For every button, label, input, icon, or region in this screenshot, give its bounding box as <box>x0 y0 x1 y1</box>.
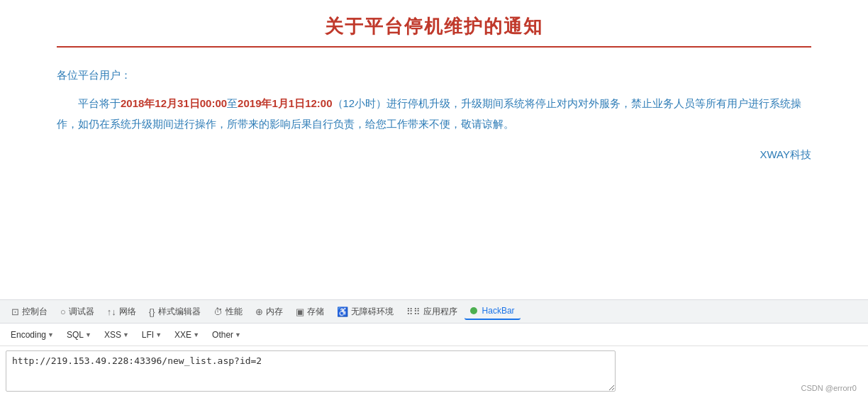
article-signature: XWAY科技 <box>57 148 811 162</box>
performance-icon: ⏱ <box>213 306 223 317</box>
lfi-menu-label: LFI <box>142 330 154 340</box>
lfi-menu[interactable]: LFI ▼ <box>137 328 167 342</box>
xss-menu-label: XSS <box>104 330 121 340</box>
devtools-section: ⊡ 控制台 ○ 调试器 ↑↓ 网络 {} 样式编辑器 ⏱ 性能 ⊕ 内存 <box>0 299 868 398</box>
body-to: 至 <box>227 97 238 109</box>
storage-icon: ▣ <box>296 306 304 317</box>
url-input[interactable] <box>6 350 616 392</box>
time-start: 2018年12月31日00:00 <box>121 97 227 109</box>
tab-hackbar[interactable]: HackBar <box>464 303 521 320</box>
console-icon: ⊡ <box>11 306 19 317</box>
credit-label: CSDN @errorr0 <box>801 384 857 392</box>
tab-performance[interactable]: ⏱ 性能 <box>208 303 248 321</box>
lfi-dropdown-icon: ▼ <box>155 331 162 338</box>
tab-console-label: 控制台 <box>22 306 48 318</box>
devtools-bar: ⊡ 控制台 ○ 调试器 ↑↓ 网络 {} 样式编辑器 ⏱ 性能 ⊕ 内存 <box>0 299 868 324</box>
network-icon: ↑↓ <box>107 306 116 317</box>
debugger-icon: ○ <box>60 306 66 317</box>
tab-accessibility-label: 无障碍环境 <box>351 306 394 318</box>
content-section: 关于平台停机维护的通知 各位平台用户： 平台将于2018年12月31日00:00… <box>0 0 868 299</box>
body-text-prefix: 平台将于 <box>78 97 121 109</box>
hackbar-toolbar: Encoding ▼ SQL ▼ XSS ▼ LFI ▼ XXE ▼ Other… <box>0 324 868 346</box>
title-divider <box>57 46 811 48</box>
article-body: 平台将于2018年12月31日00:00至2019年1月1日12:00（12小时… <box>57 94 811 134</box>
accessibility-icon: ♿ <box>337 306 348 317</box>
xxe-menu-label: XXE <box>174 330 191 340</box>
tab-network-label: 网络 <box>119 306 136 318</box>
body-duration: （12小时） <box>333 97 387 109</box>
encoding-dropdown-icon: ▼ <box>48 331 54 338</box>
tab-app-label: 应用程序 <box>423 306 457 318</box>
xxe-dropdown-icon: ▼ <box>193 331 199 338</box>
tab-debugger-label: 调试器 <box>69 306 94 318</box>
article-greeting: 各位平台用户： <box>57 69 811 82</box>
memory-icon: ⊕ <box>255 306 263 317</box>
tab-storage[interactable]: ▣ 存储 <box>290 303 330 321</box>
sql-dropdown-icon: ▼ <box>85 331 91 338</box>
tab-network[interactable]: ↑↓ 网络 <box>101 303 142 321</box>
tab-style-editor-label: 样式编辑器 <box>158 306 201 318</box>
xss-menu[interactable]: XSS ▼ <box>99 328 134 342</box>
tab-accessibility[interactable]: ♿ 无障碍环境 <box>331 303 399 321</box>
encoding-menu-label: Encoding <box>11 330 46 340</box>
hackbar-dot-icon <box>470 307 477 314</box>
xss-dropdown-icon: ▼ <box>123 331 129 338</box>
tab-console[interactable]: ⊡ 控制台 <box>6 303 53 321</box>
tab-style-editor[interactable]: {} 样式编辑器 <box>143 303 206 321</box>
tab-performance-label: 性能 <box>226 306 243 318</box>
tab-memory[interactable]: ⊕ 内存 <box>250 303 289 321</box>
other-dropdown-icon: ▼ <box>235 331 241 338</box>
sql-menu-label: SQL <box>67 330 84 340</box>
article-title: 关于平台停机维护的通知 <box>57 14 811 39</box>
style-editor-icon: {} <box>149 306 155 317</box>
encoding-menu[interactable]: Encoding ▼ <box>6 328 59 342</box>
tab-memory-label: 内存 <box>266 306 283 318</box>
other-menu-label: Other <box>212 330 233 340</box>
tab-storage-label: 存储 <box>307 306 324 318</box>
sql-menu[interactable]: SQL ▼ <box>62 328 96 342</box>
tab-app[interactable]: ⠿⠿ 应用程序 <box>401 303 463 321</box>
tab-debugger[interactable]: ○ 调试器 <box>55 303 100 321</box>
tab-hackbar-label: HackBar <box>482 306 515 316</box>
time-end: 2019年1月1日12:00 <box>238 97 332 109</box>
xxe-menu[interactable]: XXE ▼ <box>169 328 204 342</box>
other-menu[interactable]: Other ▼ <box>207 328 246 342</box>
app-icon: ⠿⠿ <box>406 306 421 317</box>
hackbar-input-area <box>0 346 868 398</box>
